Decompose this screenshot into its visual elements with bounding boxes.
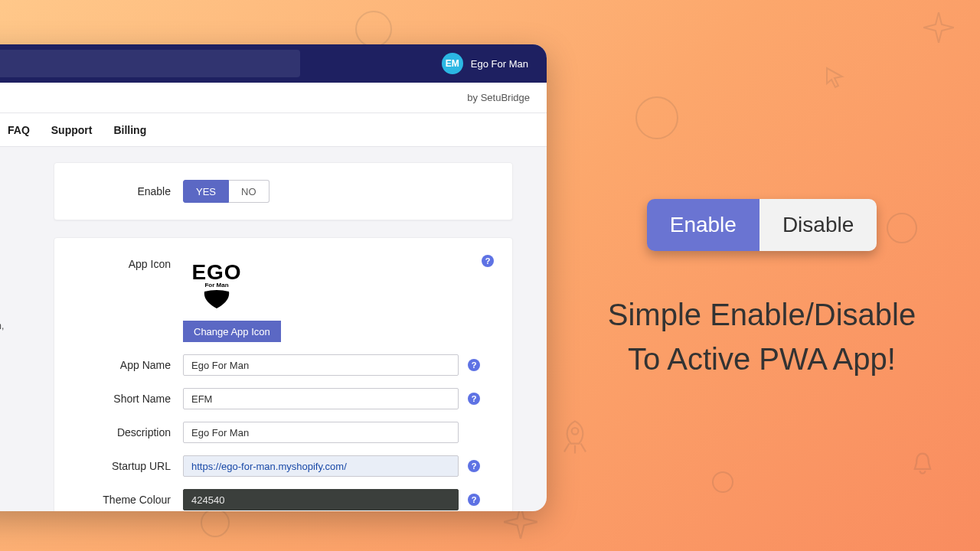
account-area[interactable]: EM Ego For Man xyxy=(442,53,528,74)
description-input[interactable] xyxy=(183,422,459,443)
sparkle-icon xyxy=(923,12,954,43)
tab-bar: FAQ Support Billing xyxy=(0,113,547,147)
deco-circle xyxy=(355,11,392,47)
help-icon[interactable]: ? xyxy=(468,460,480,472)
svg-point-0 xyxy=(572,428,579,435)
enable-yes-button[interactable]: YES xyxy=(183,180,229,203)
app-name-label: App Name xyxy=(73,359,171,371)
content-area: e is can en, Enable YES NO App Icon xyxy=(0,147,547,511)
cropped-text: can en, xyxy=(0,320,28,333)
help-icon[interactable]: ? xyxy=(468,494,480,506)
theme-colour-input[interactable] xyxy=(183,489,459,510)
help-icon[interactable]: ? xyxy=(482,255,494,267)
change-app-icon-button[interactable]: Change App Icon xyxy=(183,321,281,342)
admin-panel: EM Ego For Man by SetuBridge FAQ Support… xyxy=(0,44,547,511)
description-label: Description xyxy=(73,426,171,439)
cursor-icon xyxy=(823,66,846,89)
app-icon-label: App Icon xyxy=(73,255,171,270)
theme-colour-label: Theme Colour xyxy=(73,494,171,506)
promo-block: Enable Disable Simple Enable/Disable To … xyxy=(582,199,942,381)
tab-support[interactable]: Support xyxy=(51,124,93,136)
enable-toggle: YES NO xyxy=(183,180,270,203)
headline-line2: To Active PWA App! xyxy=(628,342,896,376)
enable-no-button[interactable]: NO xyxy=(229,180,270,203)
startup-url-input[interactable] xyxy=(183,455,459,477)
search-input[interactable] xyxy=(0,50,300,77)
beard-icon xyxy=(201,290,232,310)
help-icon[interactable]: ? xyxy=(468,393,480,405)
promo-headline: Simple Enable/Disable To Active PWA App! xyxy=(582,292,942,381)
enable-card: Enable YES NO xyxy=(54,162,513,220)
short-name-input[interactable] xyxy=(183,388,459,409)
rocket-icon xyxy=(554,417,596,458)
help-icon[interactable]: ? xyxy=(468,359,480,371)
deco-circle xyxy=(635,96,678,139)
app-icon-preview: EGO For Man Change App Icon xyxy=(183,255,281,342)
toggle-disable: Disable xyxy=(760,199,877,251)
app-name-input[interactable] xyxy=(183,354,459,376)
cropped-text: e is xyxy=(0,249,28,262)
ego-logo: EGO For Man xyxy=(183,255,250,315)
store-name: Ego For Man xyxy=(471,58,528,70)
tab-faq[interactable]: FAQ xyxy=(8,124,30,136)
marketing-toggle: Enable Disable xyxy=(647,199,877,251)
short-name-label: Short Name xyxy=(73,393,171,405)
headline-line1: Simple Enable/Disable xyxy=(608,298,916,331)
enable-label: Enable xyxy=(73,185,171,197)
settings-card: App Icon EGO For Man Change App Icon xyxy=(54,237,513,511)
bell-icon xyxy=(910,450,936,476)
byline: by SetuBridge xyxy=(0,83,547,113)
tab-billing[interactable]: Billing xyxy=(113,124,146,136)
deco-circle xyxy=(712,471,733,493)
toggle-enable: Enable xyxy=(647,199,760,251)
title-bar: EM Ego For Man xyxy=(0,44,547,83)
deco-circle xyxy=(201,508,230,537)
startup-url-label: Startup URL xyxy=(73,460,171,472)
logo-subtext: For Man xyxy=(204,282,228,289)
avatar: EM xyxy=(442,53,463,74)
